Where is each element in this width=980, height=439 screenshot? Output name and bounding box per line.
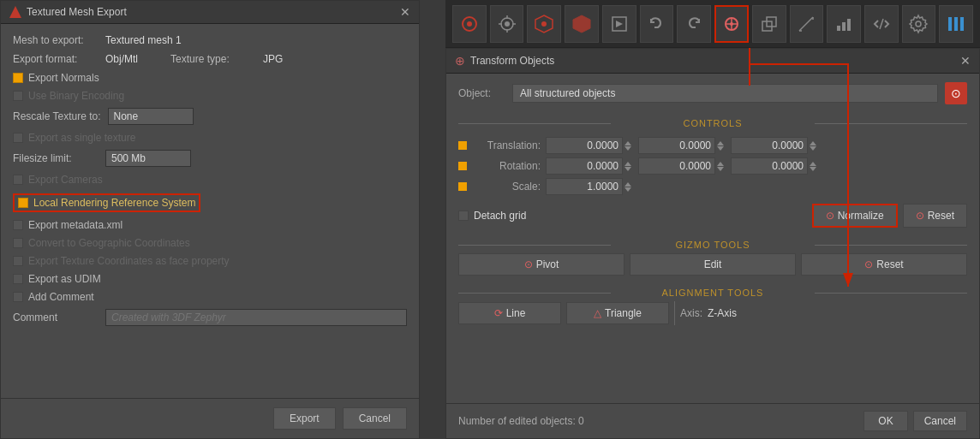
pivot-button[interactable]: ⊙ Pivot	[458, 253, 624, 276]
rotation-z-input[interactable]	[731, 157, 808, 175]
export-texture-coords-checkbox[interactable]	[13, 256, 23, 266]
export-udim-checkbox[interactable]	[13, 274, 23, 284]
translation-y-arrows	[717, 141, 726, 151]
transform-close-button[interactable]: ✕	[960, 55, 971, 67]
rotation-z-arrows	[810, 162, 818, 171]
translation-y-group	[638, 137, 726, 154]
rotation-y-arrows	[717, 162, 726, 171]
edit-button[interactable]: Edit	[630, 253, 796, 276]
scale-color-indicator	[458, 182, 467, 191]
redo-button[interactable]	[677, 5, 711, 43]
chart-button[interactable]	[827, 5, 861, 43]
select-tool-button[interactable]	[452, 5, 487, 43]
svg-point-2	[501, 18, 513, 30]
export-normals-row[interactable]: Export Normals	[13, 72, 407, 84]
export-normals-checkbox[interactable]	[13, 73, 23, 83]
translation-z-input[interactable]	[731, 137, 808, 154]
svg-line-19	[799, 17, 813, 31]
line-button[interactable]: ⟳ Line	[458, 302, 561, 324]
translation-y-input[interactable]	[638, 137, 715, 154]
measure-button[interactable]	[790, 5, 824, 43]
svg-rect-11	[612, 17, 626, 31]
scale-input[interactable]	[546, 178, 623, 195]
detach-row: Detach grid ⊙ Normalize ⊙ Reset	[458, 204, 967, 228]
svg-rect-18	[767, 17, 776, 27]
object-row: Object: ⊙	[458, 82, 967, 104]
rotation-row: Rotation:	[458, 157, 967, 175]
add-comment-row[interactable]: Add Comment	[13, 291, 407, 303]
export-udim-label: Export as UDIM	[28, 273, 101, 285]
reset-button[interactable]: ⊙ Reset	[903, 204, 967, 228]
rotation-y-input[interactable]	[638, 157, 715, 175]
svg-rect-23	[842, 22, 846, 31]
export-cameras-checkbox[interactable]	[13, 175, 23, 185]
footer-cancel-button[interactable]: Cancel	[913, 411, 967, 431]
alignment-tools-section: ALIGNMENT TOOLS ⟳ Line △ Triangle Axis: …	[458, 284, 967, 325]
camera-tool-button[interactable]	[490, 5, 524, 43]
add-comment-checkbox[interactable]	[13, 292, 23, 302]
export-single-checkbox[interactable]	[13, 133, 23, 143]
convert-geo-row[interactable]: Convert to Geographic Coordinates	[13, 237, 407, 249]
ok-button[interactable]: OK	[863, 411, 907, 431]
translation-x-input[interactable]	[546, 137, 623, 154]
svg-rect-29	[960, 17, 964, 31]
rotation-x-arrows	[624, 162, 633, 171]
gizmo-reset-label: Reset	[876, 258, 903, 270]
code-button[interactable]	[864, 5, 899, 43]
dialog-icon	[9, 6, 21, 18]
line-label: Line	[506, 307, 526, 319]
transform-title: Transform Objects	[470, 55, 554, 67]
rotation-x-input[interactable]	[546, 157, 623, 175]
comment-input[interactable]	[105, 309, 407, 326]
clone-button[interactable]	[752, 5, 786, 43]
detach-grid-checkbox[interactable]	[458, 211, 469, 221]
rotation-z-group	[731, 157, 818, 175]
export-metadata-label: Export metadata.xml	[28, 219, 122, 231]
svg-line-25	[880, 19, 883, 29]
reset-icon: ⊙	[916, 210, 924, 222]
use-binary-encoding-row[interactable]: Use Binary Encoding	[13, 90, 407, 102]
gizmo-reset-button[interactable]: ⊙ Reset	[801, 253, 967, 276]
convert-geo-checkbox[interactable]	[13, 238, 23, 248]
object-select-button[interactable]: ⊙	[945, 82, 967, 104]
triangle-button[interactable]: △ Triangle	[566, 302, 669, 324]
normalize-icon: ⊙	[826, 210, 834, 222]
mesh-tool-button[interactable]	[565, 5, 599, 43]
export-tool-button[interactable]	[602, 5, 636, 43]
right-panel: ⊕ Transform Objects ✕ Object: ⊙ CONTROLS…	[445, 0, 980, 439]
rotation-x-group	[546, 157, 633, 175]
format-row: Export format: Obj/Mtl Texture type: JPG	[13, 53, 407, 65]
alignment-row: ⟳ Line △ Triangle Axis: Z-Axis	[458, 301, 967, 325]
transform-button[interactable]	[714, 5, 749, 43]
translation-color-indicator	[458, 141, 467, 150]
normalize-reset-group: ⊙ Normalize ⊙ Reset	[812, 204, 967, 228]
normalize-button[interactable]: ⊙ Normalize	[812, 204, 898, 228]
close-button[interactable]: ✕	[400, 6, 410, 18]
rescale-input[interactable]	[108, 108, 194, 125]
cancel-button[interactable]: Cancel	[343, 407, 407, 430]
titlebar-left: Textured Mesh Export	[9, 6, 127, 18]
export-texture-coords-row[interactable]: Export Texture Coordinates as face prope…	[13, 255, 407, 267]
rescale-row: Rescale Texture to:	[13, 108, 407, 125]
object-input[interactable]	[512, 84, 938, 103]
alignment-divider	[674, 301, 675, 325]
use-binary-encoding-checkbox[interactable]	[13, 91, 23, 101]
export-cameras-row[interactable]: Export Cameras	[13, 174, 407, 186]
filesize-input[interactable]	[105, 150, 191, 167]
export-format-label: Export format:	[13, 53, 99, 65]
local-rendering-checkbox[interactable]	[18, 198, 28, 208]
export-metadata-checkbox[interactable]	[13, 220, 23, 230]
local-rendering-row[interactable]: Local Rendering Reference System	[13, 193, 200, 212]
export-single-label: Export as single texture	[28, 132, 135, 144]
export-button[interactable]: Export	[273, 407, 336, 430]
undo-button[interactable]	[640, 5, 674, 43]
settings-button[interactable]	[902, 5, 936, 43]
transform-titlebar-left: ⊕ Transform Objects	[455, 54, 554, 68]
mesh-value: Textured mesh 1	[105, 34, 182, 46]
export-udim-row[interactable]: Export as UDIM	[13, 273, 407, 285]
logo-button[interactable]	[939, 5, 973, 43]
triangle-icon: △	[594, 307, 601, 319]
export-single-row[interactable]: Export as single texture	[13, 132, 407, 144]
export-metadata-row[interactable]: Export metadata.xml	[13, 219, 407, 231]
grid-tool-button[interactable]	[527, 5, 561, 43]
